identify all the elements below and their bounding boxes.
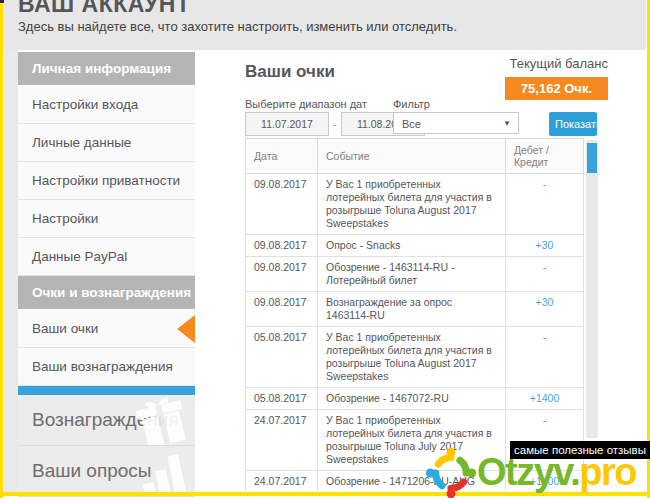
sidebar-item-settings[interactable]: Настройки bbox=[18, 200, 195, 238]
table-scrollbar-thumb[interactable] bbox=[587, 143, 597, 173]
cell-date: 24.07.2017 bbox=[246, 410, 318, 471]
filter-selected-value: Все bbox=[402, 118, 421, 130]
active-item-arrow-icon bbox=[177, 315, 195, 343]
watermark-brand: Otzyv.pro bbox=[477, 450, 636, 494]
account-page: ВАШ АККАУНТ Здесь вы найдете все, что за… bbox=[0, 0, 650, 498]
people-circle-icon bbox=[424, 446, 478, 498]
current-balance: Текущий баланс 75,162 Очк. bbox=[505, 56, 608, 100]
filter-select[interactable]: Все ▼ bbox=[393, 112, 519, 134]
table-row: 09.08.2017 Обозрение - 1463114-RU - Лоте… bbox=[246, 257, 584, 292]
content-title: Ваши очки bbox=[245, 62, 335, 82]
cell-date: 05.08.2017 bbox=[246, 388, 318, 410]
cell-event: Обозрение - 1467072-RU bbox=[318, 388, 506, 410]
show-button[interactable]: Показать bbox=[549, 112, 597, 136]
sidebar-item-privacy-settings[interactable]: Настройки приватности bbox=[18, 162, 195, 200]
table-row: 09.08.2017 Вознаграждение за опрос 14631… bbox=[246, 292, 584, 327]
page-header: ВАШ АККАУНТ Здесь вы найдете все, что за… bbox=[3, 0, 646, 50]
cell-date: 09.08.2017 bbox=[246, 292, 318, 327]
gift-icon bbox=[131, 395, 193, 446]
balance-badge: 75,162 Очк. bbox=[505, 77, 608, 100]
frame-border-left bbox=[0, 0, 3, 498]
bar-chart-icon bbox=[131, 446, 193, 497]
cell-event: Вознаграждение за опрос 1463114-RU bbox=[318, 292, 506, 327]
sidebar-divider-bar bbox=[18, 386, 195, 395]
filter-controls: Выберите диапазон дат Фильтр - Все ▼ Пок… bbox=[245, 98, 597, 142]
left-gutter bbox=[3, 50, 18, 492]
cell-amount: - bbox=[506, 257, 584, 292]
table-scrollbar-track[interactable] bbox=[586, 140, 598, 438]
corner-artifact bbox=[0, 0, 4, 3]
cell-event: У Вас 1 приобретенных лотерейных билета … bbox=[318, 174, 506, 235]
col-header-debit-credit: Дебет / Кредит bbox=[506, 139, 584, 174]
main-content: Ваши очки Текущий баланс 75,162 Очк. Выб… bbox=[198, 50, 645, 492]
cell-date: 05.08.2017 bbox=[246, 327, 318, 388]
page-title: ВАШ АККАУНТ bbox=[18, 0, 646, 18]
points-history-table: Дата Событие Дебет / Кредит 09.08.2017 У… bbox=[245, 138, 585, 490]
col-header-date: Дата bbox=[246, 139, 318, 174]
cell-event: Опрос - Snacks bbox=[318, 235, 506, 257]
sidebar: Личная информация Настройки входа Личные… bbox=[18, 52, 195, 497]
sidebar-item-your-rewards[interactable]: Ваши вознаграждения bbox=[18, 348, 195, 386]
sidebar-item-your-surveys[interactable]: Ваши опросы bbox=[18, 446, 195, 497]
cell-amount: - bbox=[506, 327, 584, 388]
cell-date: 24.07.2017 bbox=[246, 471, 318, 491]
sidebar-item-paypal[interactable]: Данные PayPal bbox=[18, 238, 195, 276]
cell-amount: +30 bbox=[506, 292, 584, 327]
cell-amount: +1400 bbox=[506, 388, 584, 410]
filter-label: Фильтр bbox=[393, 98, 430, 110]
cell-date: 09.08.2017 bbox=[246, 174, 318, 235]
cell-amount: +30 bbox=[506, 235, 584, 257]
sidebar-section-points-rewards: Очки и вознаграждения bbox=[18, 276, 195, 309]
cell-event: У Вас 1 приобретенных лотерейных билета … bbox=[318, 327, 506, 388]
sidebar-item-rewards[interactable]: Вознаграждения bbox=[18, 395, 195, 446]
sidebar-item-label: Ваши очки bbox=[32, 321, 98, 336]
dropdown-arrow-icon: ▼ bbox=[503, 113, 511, 135]
balance-label: Текущий баланс bbox=[505, 56, 608, 71]
table-row: 05.08.2017 У Вас 1 приобретенных лотерей… bbox=[246, 327, 584, 388]
cell-date: 09.08.2017 bbox=[246, 257, 318, 292]
sidebar-item-personal-data[interactable]: Личные данные bbox=[18, 124, 195, 162]
sidebar-item-login-settings[interactable]: Настройки входа bbox=[18, 86, 195, 124]
table-row: 05.08.2017 Обозрение - 1467072-RU +1400 bbox=[246, 388, 584, 410]
table-header-row: Дата Событие Дебет / Кредит bbox=[246, 139, 584, 174]
table-row: 09.08.2017 У Вас 1 приобретенных лотерей… bbox=[246, 174, 584, 235]
date-separator: - bbox=[333, 118, 337, 130]
cell-date: 09.08.2017 bbox=[246, 235, 318, 257]
brand-yellow-text: pro bbox=[579, 451, 636, 493]
cell-event: Обозрение - 1463114-RU - Лотерейный биле… bbox=[318, 257, 506, 292]
sidebar-section-personal-info: Личная информация bbox=[18, 52, 195, 85]
cell-amount: - bbox=[506, 174, 584, 235]
date-range-label: Выберите диапазон дат bbox=[245, 98, 367, 110]
date-from-input[interactable] bbox=[245, 112, 329, 136]
page-subtitle: Здесь вы найдете все, что захотите настр… bbox=[18, 19, 646, 34]
sidebar-item-your-points[interactable]: Ваши очки bbox=[18, 310, 195, 348]
brand-green-text: Otzyv. bbox=[477, 451, 579, 493]
table-row: 09.08.2017 Опрос - Snacks +30 bbox=[246, 235, 584, 257]
col-header-event: Событие bbox=[318, 139, 506, 174]
